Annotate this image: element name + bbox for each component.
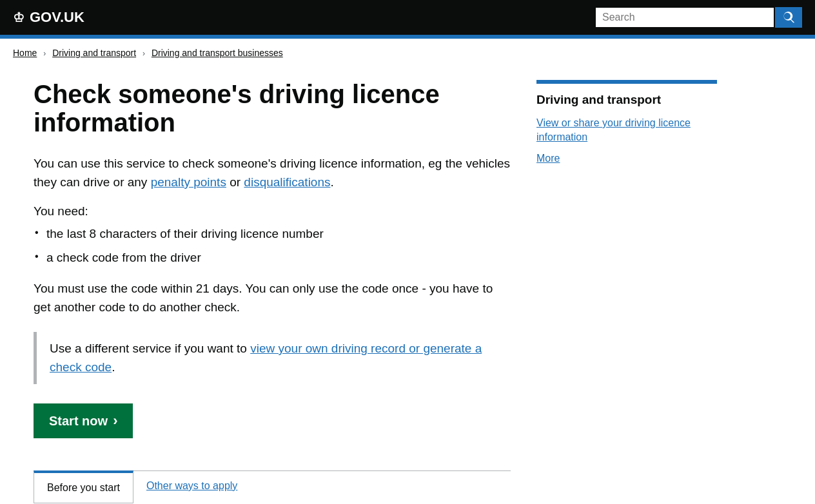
start-arrow-icon: › <box>113 412 117 429</box>
breadcrumb: Home › Driving and transport › Driving a… <box>0 39 815 67</box>
inset-prefix: Use a different service if you want to <box>50 342 250 355</box>
sidebar-top-bar <box>536 80 717 84</box>
requirements-list: the last 8 characters of their driving l… <box>46 225 511 267</box>
intro-paragraph: You can use this service to check someon… <box>34 155 511 191</box>
list-item: the last 8 characters of their driving l… <box>46 225 511 244</box>
inset-callout: Use a different service if you want to v… <box>34 332 511 384</box>
search-button[interactable] <box>775 7 802 28</box>
search-input[interactable] <box>594 6 775 28</box>
main-content: Check someone's driving licence informat… <box>34 80 511 503</box>
main-container: Check someone's driving licence informat… <box>21 67 794 504</box>
you-need-label: You need: <box>34 204 511 218</box>
start-now-button[interactable]: Start now › <box>34 403 133 438</box>
intro-end: . <box>331 175 334 189</box>
page-title: Check someone's driving licence informat… <box>34 80 511 137</box>
crown-icon: ♔ <box>13 10 25 25</box>
list-item: a check code from the driver <box>46 249 511 267</box>
inset-paragraph: Use a different service if you want to v… <box>50 340 498 376</box>
gov-uk-logo-text: GOV.UK <box>30 9 84 26</box>
disqualifications-link[interactable]: disqualifications <box>244 175 330 189</box>
bottom-tabs: Before you start Other ways to apply <box>34 470 511 503</box>
start-now-label: Start now <box>49 414 108 429</box>
site-header: ♔ GOV.UK <box>0 0 815 35</box>
breadcrumb-sep-1: › <box>43 49 46 58</box>
tab-before-you-start[interactable]: Before you start <box>34 470 133 503</box>
breadcrumb-home[interactable]: Home <box>13 48 37 58</box>
breadcrumb-driving-transport[interactable]: Driving and transport <box>52 48 136 58</box>
penalty-points-link[interactable]: penalty points <box>151 175 226 189</box>
sidebar: Driving and transport View or share your… <box>536 80 717 503</box>
sidebar-view-share-link[interactable]: View or share your driving licence infor… <box>536 116 717 145</box>
tab-other-ways[interactable]: Other ways to apply <box>133 471 250 503</box>
breadcrumb-sep-2: › <box>142 49 145 58</box>
inset-suffix: . <box>112 360 115 374</box>
search-icon <box>783 12 794 23</box>
breadcrumb-driving-transport-businesses[interactable]: Driving and transport businesses <box>152 48 283 58</box>
code-note: You must use the code within 21 days. Yo… <box>34 280 511 316</box>
sidebar-heading: Driving and transport <box>536 93 717 107</box>
intro-mid: or <box>226 175 244 189</box>
sidebar-more-link[interactable]: More <box>536 153 560 164</box>
search-form <box>594 6 802 28</box>
gov-uk-logo[interactable]: ♔ GOV.UK <box>13 9 84 26</box>
